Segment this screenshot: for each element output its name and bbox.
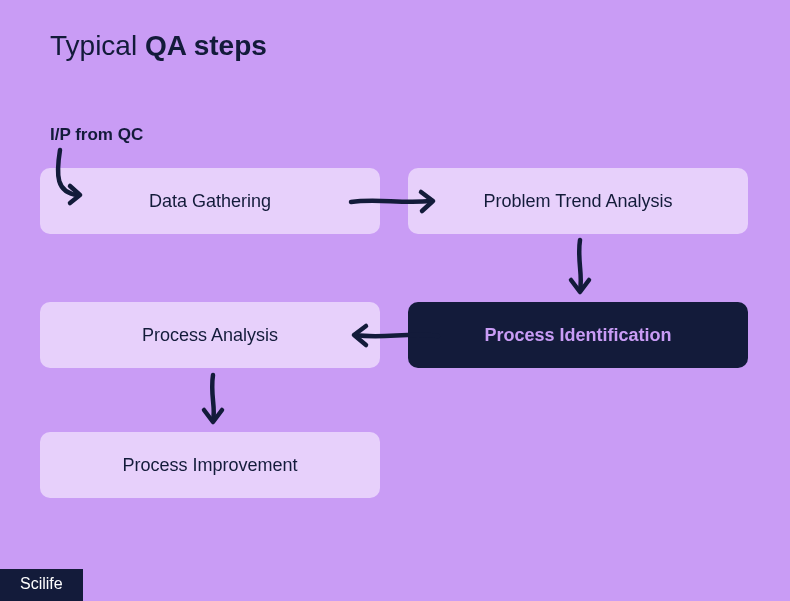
box-process-analysis: Process Analysis [40, 302, 380, 368]
box-label: Process Analysis [142, 325, 278, 346]
arrow-analysis-to-improvement [198, 370, 228, 435]
title-light: Typical [50, 30, 145, 61]
title-bold: QA steps [145, 30, 267, 61]
box-process-identification: Process Identification [408, 302, 748, 368]
arrow-data-to-problem [346, 188, 446, 218]
arrow-identification-to-analysis [346, 322, 446, 352]
footer-brand: Scilife [0, 569, 83, 601]
diagram-title: Typical QA steps [50, 30, 267, 62]
box-process-improvement: Process Improvement [40, 432, 380, 498]
arrow-input-to-data [50, 145, 100, 215]
box-label: Data Gathering [149, 191, 271, 212]
box-problem-trend: Problem Trend Analysis [408, 168, 748, 234]
input-label: I/P from QC [50, 125, 143, 145]
box-label: Process Improvement [122, 455, 297, 476]
arrow-problem-to-identification [565, 235, 595, 305]
box-label: Problem Trend Analysis [483, 191, 672, 212]
box-label: Process Identification [484, 325, 671, 346]
